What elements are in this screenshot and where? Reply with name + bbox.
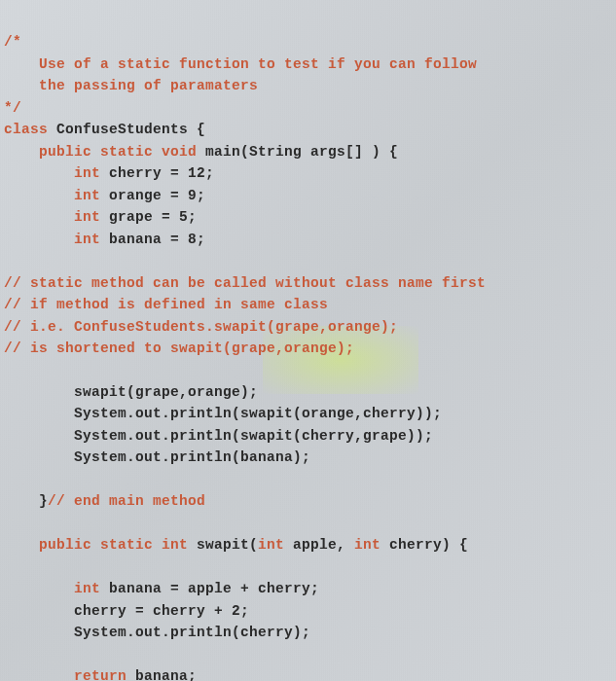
comment-line: // is shortened to swapit(grape,orange);	[4, 340, 354, 356]
keyword: int	[258, 537, 284, 553]
code-text: banana = apple + cherry;	[100, 581, 319, 596]
code-text: orange = 9;	[100, 188, 205, 203]
keyword: int	[4, 188, 100, 203]
comment-line: // if method is defined in same class	[4, 297, 328, 312]
code-text: banana = 8;	[100, 232, 205, 247]
code-text: grape = 5;	[100, 209, 197, 225]
comment-line: // i.e. ConfuseStudents.swapit(grape,ora…	[4, 319, 398, 335]
code-text: banana;	[127, 668, 197, 681]
keyword: int	[4, 209, 100, 225]
keyword: int	[4, 232, 100, 247]
code-text: System.out.println(swapit(cherry,grape))…	[4, 428, 433, 444]
keyword: public static int	[4, 537, 188, 553]
comment-line: // end main method	[48, 493, 205, 509]
comment-line: Use of a static function to test if you …	[4, 56, 477, 72]
code-text: System.out.println(cherry);	[4, 625, 310, 640]
code-text: apple,	[284, 537, 354, 553]
code-text: System.out.println(swapit(orange,cherry)…	[4, 406, 442, 421]
comment-line: */	[4, 100, 21, 116]
code-text: cherry) {	[380, 537, 468, 553]
code-text: cherry = cherry + 2;	[4, 603, 249, 619]
code-text: cherry = 12;	[100, 165, 214, 181]
code-text: ConfuseStudents {	[48, 122, 205, 137]
keyword: int	[4, 165, 100, 181]
comment-line: the passing of paramaters	[4, 78, 258, 93]
code-text: swapit(grape,orange);	[4, 384, 258, 400]
code-text: swapit(	[188, 537, 258, 553]
keyword: int	[4, 581, 100, 596]
code-text: }	[4, 493, 48, 509]
keyword: public static void	[4, 144, 197, 160]
comment-line: /*	[4, 34, 21, 50]
code-text: main(String args[] ) {	[197, 144, 398, 160]
keyword: return	[4, 668, 127, 681]
comment-line: // static method can be called without c…	[4, 275, 486, 291]
code-block: /* Use of a static function to test if y…	[4, 10, 612, 681]
keyword: class	[4, 122, 48, 137]
code-text: System.out.println(banana);	[4, 449, 310, 465]
keyword: int	[354, 537, 380, 553]
